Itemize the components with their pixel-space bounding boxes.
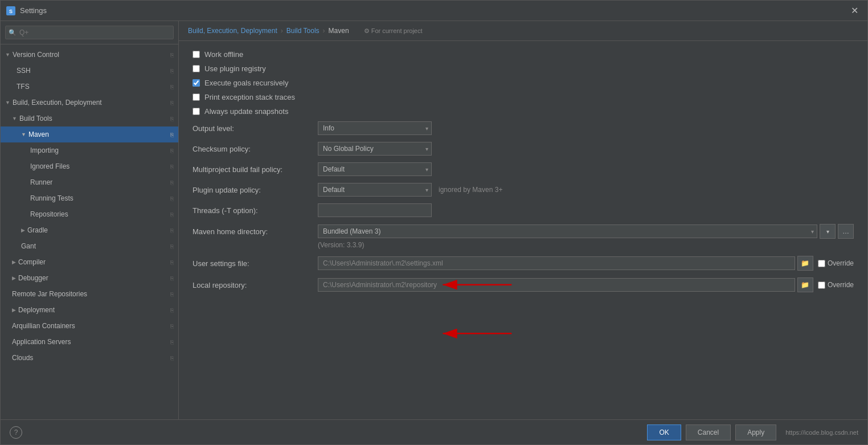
checksum-policy-select[interactable]: No Global Policy Strict Warn [318, 142, 432, 156]
breadcrumb-current: Maven [329, 27, 349, 35]
sidebar-item-build-exec-deploy[interactable]: ▼ Build, Execution, Deployment ⎘ [1, 95, 178, 111]
always-update-label: Always update snapshots [204, 107, 288, 116]
sidebar-item-label: Version Control [13, 51, 59, 59]
search-wrapper: 🔍 [5, 26, 174, 39]
sidebar-item-label: Runner [30, 178, 52, 186]
override-label: Override [828, 259, 854, 267]
user-settings-input[interactable] [318, 256, 795, 270]
copy-icon: ⎘ [170, 148, 174, 154]
print-exception-row: Print exception stack traces [193, 93, 854, 101]
sidebar-item-runner[interactable]: Runner ⎘ [1, 174, 178, 190]
copy-icon: ⎘ [170, 339, 174, 345]
threads-label: Threads (-T option): [193, 206, 318, 215]
copy-icon: ⎘ [170, 259, 174, 266]
execute-goals-label: Execute goals recursively [204, 79, 288, 87]
search-input[interactable] [5, 26, 174, 39]
sidebar-item-label: Gradle [27, 226, 48, 234]
plugin-update-row: Plugin update policy: Default Force Upda… [193, 183, 854, 197]
breadcrumb: Build, Execution, Deployment › Build Too… [179, 21, 867, 41]
sidebar-item-importing[interactable]: Importing ⎘ [1, 142, 178, 158]
sidebar-item-version-control[interactable]: ▼ Version Control ⎘ [1, 47, 178, 63]
use-plugin-registry-label: Use plugin registry [204, 64, 266, 73]
print-exception-label: Print exception stack traces [204, 93, 295, 101]
sidebar-item-repositories[interactable]: Repositories ⎘ [1, 206, 178, 222]
sidebar-item-compiler[interactable]: ▶ Compiler ⎘ [1, 254, 178, 270]
local-repo-folder-button[interactable]: 📁 [797, 277, 813, 292]
work-offline-checkbox[interactable] [193, 51, 200, 58]
copy-icon: ⎘ [170, 179, 174, 186]
maven-home-label: Maven home directory: [193, 227, 318, 236]
close-button[interactable]: ✕ [847, 4, 862, 17]
always-update-row: Always update snapshots [193, 107, 854, 116]
search-box: 🔍 [1, 21, 178, 44]
sidebar-item-application-servers[interactable]: Application Servers ⎘ [1, 334, 178, 350]
always-update-checkbox[interactable] [193, 108, 200, 115]
folder-button[interactable]: … [838, 224, 854, 239]
user-settings-label: User settings file: [193, 259, 318, 268]
output-level-select[interactable]: Info Debug Verbose [318, 121, 432, 135]
threads-input[interactable] [318, 203, 432, 217]
use-plugin-registry-checkbox[interactable] [193, 65, 200, 72]
copy-icon: ⎘ [170, 275, 174, 281]
local-repo-input[interactable] [318, 278, 795, 292]
checksum-policy-row: Checksum policy: No Global Policy Strict… [193, 142, 854, 156]
print-exception-checkbox[interactable] [193, 93, 200, 101]
expand-arrow: ▶ [21, 227, 25, 233]
sidebar-item-label: Debugger [18, 274, 48, 282]
sidebar-item-gradle[interactable]: ▶ Gradle ⎘ [1, 222, 178, 238]
sidebar-item-remote-jar-repos[interactable]: Remote Jar Repositories ⎘ [1, 286, 178, 302]
checksum-policy-select-wrapper: No Global Policy Strict Warn ▾ [318, 142, 432, 156]
sidebar-item-running-tests[interactable]: Running Tests ⎘ [1, 190, 178, 206]
cancel-button[interactable]: Cancel [686, 424, 731, 440]
sidebar-item-ssh[interactable]: SSH ⎘ [1, 63, 178, 79]
sidebar-item-clouds[interactable]: Clouds ⎘ [1, 350, 178, 366]
sidebar-item-label: Gant [21, 242, 36, 250]
sidebar-item-label: Repositories [30, 210, 68, 218]
expand-arrow: ▼ [21, 132, 26, 137]
maven-home-select[interactable]: Bundled (Maven 3) [318, 224, 817, 238]
ok-button[interactable]: OK [647, 424, 681, 440]
dropdown-button[interactable]: ▾ [820, 224, 836, 239]
sidebar-item-tfs[interactable]: TFS ⎘ [1, 79, 178, 95]
copy-icon: ⎘ [170, 132, 174, 138]
bottom-bar: ? OK Cancel Apply https://icode.blog.csd… [1, 419, 867, 444]
breadcrumb-part2[interactable]: Build Tools [286, 27, 320, 35]
sidebar: 🔍 ▼ Version Control ⎘ SSH ⎘ TFS ⎘ [1, 21, 179, 419]
breadcrumb-sep1: › [281, 27, 283, 35]
sidebar-item-label: Build Tools [19, 115, 52, 123]
expand-arrow: ▶ [12, 307, 16, 313]
apply-button[interactable]: Apply [735, 424, 776, 440]
sidebar-item-ignored-files[interactable]: Ignored Files ⎘ [1, 158, 178, 174]
copy-icon: ⎘ [170, 116, 174, 122]
checksum-policy-label: Checksum policy: [193, 145, 318, 153]
output-level-row: Output level: Info Debug Verbose ▾ [193, 121, 854, 135]
sidebar-item-gant[interactable]: Gant ⎘ [1, 238, 178, 254]
sidebar-item-label: Importing [30, 146, 59, 154]
expand-arrow: ▼ [12, 116, 17, 121]
copy-icon: ⎘ [170, 355, 174, 361]
breadcrumb-part1[interactable]: Build, Execution, Deployment [188, 27, 277, 35]
execute-goals-checkbox[interactable] [193, 79, 200, 87]
override-label: Override [828, 281, 854, 289]
sidebar-item-deployment[interactable]: ▶ Deployment ⎘ [1, 302, 178, 318]
sidebar-item-arquillian[interactable]: Arquillian Containers ⎘ [1, 318, 178, 334]
local-repo-override-checkbox[interactable] [818, 281, 825, 289]
help-button[interactable]: ? [10, 426, 22, 439]
output-level-select-wrapper: Info Debug Verbose ▾ [318, 121, 432, 135]
copy-icon: ⎘ [170, 164, 174, 170]
title-bar: S Settings ✕ [1, 1, 867, 21]
copy-icon: ⎘ [170, 52, 174, 58]
copy-icon: ⎘ [170, 243, 174, 250]
multiproject-build-select[interactable]: Default Never Always At End [318, 162, 432, 176]
plugin-update-select[interactable]: Default Force Update Never Update [318, 183, 432, 197]
user-settings-override-checkbox[interactable] [818, 260, 825, 267]
copy-icon: ⎘ [170, 211, 174, 218]
sidebar-item-label: SSH [17, 67, 31, 75]
sidebar-item-build-tools[interactable]: ▼ Build Tools ⎘ [1, 111, 178, 126]
sidebar-item-debugger[interactable]: ▶ Debugger ⎘ [1, 270, 178, 286]
svg-text:S: S [9, 9, 13, 14]
sidebar-item-maven[interactable]: ▼ Maven ⎘ [1, 126, 178, 142]
main-content: 🔍 ▼ Version Control ⎘ SSH ⎘ TFS ⎘ [1, 21, 867, 419]
maven-home-select-wrapper: Bundled (Maven 3) ▾ [318, 224, 817, 238]
user-settings-folder-button[interactable]: 📁 [797, 256, 813, 271]
